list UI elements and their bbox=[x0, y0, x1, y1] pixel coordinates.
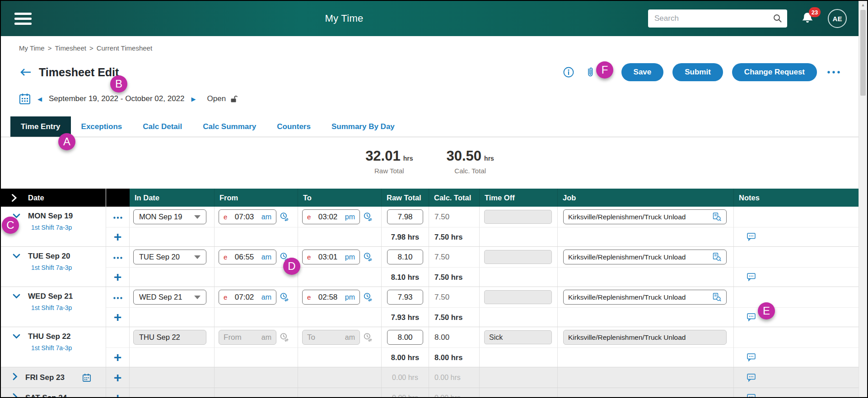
to-input[interactable]: e03:02pm bbox=[302, 209, 360, 224]
scrollbar-thumb[interactable] bbox=[860, 10, 866, 96]
shift-link[interactable]: 1st Shift 7a-3p bbox=[31, 304, 72, 311]
calendar-icon[interactable] bbox=[19, 93, 31, 105]
raw-hours: 8.10 hrs bbox=[391, 273, 419, 282]
row-menu-button[interactable] bbox=[113, 253, 123, 261]
job-lookup-icon[interactable] bbox=[712, 292, 722, 302]
raw-total-label: Raw Total bbox=[365, 167, 413, 175]
chevron-down-icon[interactable] bbox=[13, 252, 20, 260]
back-arrow-icon[interactable] bbox=[19, 67, 32, 77]
ampm-toggle[interactable]: pm bbox=[345, 213, 355, 221]
from-input[interactable]: e06:55am bbox=[219, 250, 276, 264]
ampm-toggle[interactable]: am bbox=[261, 213, 271, 221]
vertical-scrollbar[interactable]: ▲ bbox=[859, 1, 867, 397]
period-selector: ◀ September 19, 2022 - October 02, 2022 … bbox=[19, 92, 859, 106]
note-icon[interactable] bbox=[747, 393, 756, 398]
breadcrumb-separator: > bbox=[89, 44, 93, 53]
note-icon[interactable] bbox=[747, 353, 756, 362]
breadcrumb-item[interactable]: My Time bbox=[19, 44, 45, 53]
breadcrumb-item[interactable]: Current Timesheet bbox=[97, 44, 152, 53]
ampm-toggle[interactable]: am bbox=[261, 293, 271, 301]
submit-button[interactable]: Submit bbox=[672, 63, 723, 81]
raw-total-input[interactable]: 8.00 bbox=[387, 330, 423, 345]
shift-link[interactable]: 1st Shift 7a-3p bbox=[31, 224, 72, 231]
scroll-up-arrow[interactable]: ▲ bbox=[859, 1, 867, 9]
shift-link[interactable]: 1st Shift 7a-3p bbox=[31, 344, 72, 352]
more-actions-button[interactable] bbox=[827, 70, 840, 74]
time-picker-icon[interactable] bbox=[280, 292, 289, 302]
from-input[interactable]: e07:03am bbox=[219, 209, 276, 224]
add-row-button[interactable]: + bbox=[114, 230, 122, 244]
raw-total-input[interactable]: 7.93 bbox=[387, 290, 423, 305]
time-picker-icon bbox=[280, 333, 289, 342]
from-input[interactable]: e07:02am bbox=[219, 290, 276, 305]
time-picker-icon[interactable] bbox=[280, 212, 289, 222]
date-cell: TUE Sep 20 1st Shift 7a-3p bbox=[1, 247, 106, 287]
info-icon[interactable] bbox=[563, 66, 574, 78]
note-icon[interactable] bbox=[747, 373, 756, 382]
job-input[interactable]: Kirksville/Replenishmen/Truck Unload bbox=[563, 250, 727, 264]
job-input[interactable]: Kirksville/Replenishmen/Truck Unload bbox=[563, 290, 727, 305]
add-row-button[interactable]: + bbox=[114, 270, 122, 284]
tab-exceptions[interactable]: Exceptions bbox=[71, 116, 133, 137]
attachment-icon[interactable] bbox=[585, 66, 595, 79]
row-menu-button[interactable] bbox=[113, 293, 123, 301]
column-header-raw-total: Raw Total bbox=[382, 189, 429, 207]
chevron-down-icon[interactable] bbox=[13, 292, 20, 301]
notifications-button[interactable]: 23 bbox=[800, 11, 815, 26]
tab-counters[interactable]: Counters bbox=[266, 116, 321, 137]
chevron-down-icon bbox=[194, 255, 201, 259]
time-picker-icon[interactable] bbox=[363, 252, 373, 262]
tab-calc-detail[interactable]: Calc Detail bbox=[132, 116, 192, 137]
note-icon[interactable] bbox=[747, 273, 756, 282]
column-header-date[interactable]: Date bbox=[1, 189, 106, 207]
day-label: MON Sep 19 bbox=[28, 212, 73, 221]
search-icon[interactable] bbox=[773, 14, 783, 23]
to-input[interactable]: e03:01pm bbox=[302, 250, 360, 264]
change-request-button[interactable]: Change Request bbox=[732, 63, 817, 81]
ampm-toggle[interactable]: pm bbox=[345, 293, 355, 301]
search-box[interactable] bbox=[648, 9, 787, 28]
hamburger-menu-icon[interactable] bbox=[14, 10, 32, 28]
job-input[interactable]: Kirksville/Replenishmen/Truck Unload bbox=[563, 209, 727, 224]
avatar[interactable]: AE bbox=[828, 9, 847, 28]
schedule-calendar-icon[interactable] bbox=[82, 373, 91, 382]
chevron-down-icon[interactable] bbox=[13, 333, 20, 341]
tab-time-entry[interactable]: Time Entry bbox=[10, 116, 71, 137]
calc-total-label: Calc. Total bbox=[447, 167, 494, 175]
raw-total-input[interactable]: 7.98 bbox=[387, 209, 423, 224]
next-period-icon[interactable]: ▶ bbox=[191, 96, 196, 102]
add-row-button[interactable]: + bbox=[114, 391, 122, 398]
note-icon[interactable] bbox=[747, 232, 756, 241]
chevron-right-icon[interactable] bbox=[13, 373, 18, 382]
breadcrumb-item[interactable]: Timesheet bbox=[55, 44, 86, 53]
job-lookup-icon[interactable] bbox=[712, 212, 722, 222]
tab-summary-by-day[interactable]: Summary By Day bbox=[321, 116, 405, 137]
row-menu-button[interactable] bbox=[113, 213, 123, 221]
in-date-select[interactable]: TUE Sep 20 bbox=[133, 250, 206, 264]
add-row-button[interactable]: + bbox=[114, 310, 122, 324]
raw-hours: 0.00 hrs bbox=[392, 394, 418, 398]
edit-flag: e bbox=[224, 253, 227, 261]
add-row-button[interactable]: + bbox=[114, 351, 122, 364]
add-row-button[interactable]: + bbox=[114, 371, 122, 384]
job-lookup-icon[interactable] bbox=[712, 252, 722, 262]
previous-period-icon[interactable]: ◀ bbox=[37, 96, 42, 102]
time-picker-icon[interactable] bbox=[363, 292, 373, 302]
raw-total-input[interactable]: 8.10 bbox=[387, 250, 423, 264]
in-date-select[interactable]: MON Sep 19 bbox=[133, 209, 206, 224]
ampm-toggle[interactable]: am bbox=[261, 253, 271, 261]
tab-calc-summary[interactable]: Calc Summary bbox=[192, 116, 266, 137]
to-input[interactable]: e02:58pm bbox=[302, 290, 360, 305]
shift-link[interactable]: 1st Shift 7a-3p bbox=[31, 264, 72, 271]
chevron-right-icon[interactable] bbox=[13, 393, 18, 397]
search-input[interactable] bbox=[654, 14, 773, 23]
edit-flag: e bbox=[307, 253, 311, 261]
ampm-toggle[interactable]: pm bbox=[345, 253, 355, 261]
time-picker-icon[interactable] bbox=[363, 212, 373, 222]
time-off-select bbox=[484, 290, 552, 304]
save-button[interactable]: Save bbox=[621, 63, 664, 81]
note-icon[interactable] bbox=[747, 313, 756, 322]
expand-all-icon[interactable] bbox=[11, 194, 17, 202]
column-header-actions bbox=[106, 189, 130, 207]
in-date-select[interactable]: WED Sep 21 bbox=[133, 290, 206, 305]
